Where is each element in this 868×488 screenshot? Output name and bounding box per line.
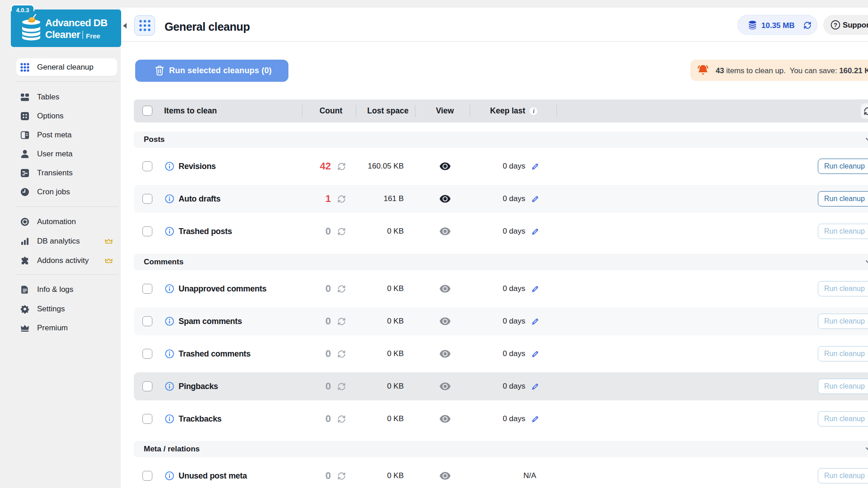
svg-text:?: ? (834, 22, 837, 28)
